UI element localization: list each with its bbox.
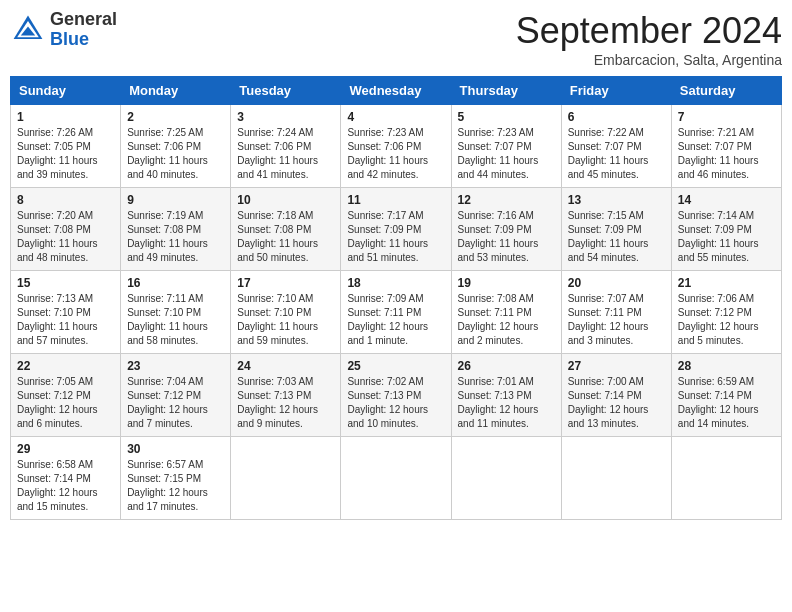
day-number: 1 — [17, 110, 114, 124]
calendar-cell: 11Sunrise: 7:17 AMSunset: 7:09 PMDayligh… — [341, 188, 451, 271]
calendar-cell — [341, 437, 451, 520]
day-number: 6 — [568, 110, 665, 124]
day-info: Sunrise: 7:22 AMSunset: 7:07 PMDaylight:… — [568, 126, 665, 182]
day-number: 23 — [127, 359, 224, 373]
calendar-cell — [451, 437, 561, 520]
weekday-header-thursday: Thursday — [451, 77, 561, 105]
day-info: Sunrise: 7:25 AMSunset: 7:06 PMDaylight:… — [127, 126, 224, 182]
calendar-cell: 24Sunrise: 7:03 AMSunset: 7:13 PMDayligh… — [231, 354, 341, 437]
day-number: 10 — [237, 193, 334, 207]
calendar-cell: 21Sunrise: 7:06 AMSunset: 7:12 PMDayligh… — [671, 271, 781, 354]
day-info: Sunrise: 7:06 AMSunset: 7:12 PMDaylight:… — [678, 292, 775, 348]
day-info: Sunrise: 7:14 AMSunset: 7:09 PMDaylight:… — [678, 209, 775, 265]
calendar-cell: 2Sunrise: 7:25 AMSunset: 7:06 PMDaylight… — [121, 105, 231, 188]
day-info: Sunrise: 7:21 AMSunset: 7:07 PMDaylight:… — [678, 126, 775, 182]
day-info: Sunrise: 6:59 AMSunset: 7:14 PMDaylight:… — [678, 375, 775, 431]
calendar-cell: 26Sunrise: 7:01 AMSunset: 7:13 PMDayligh… — [451, 354, 561, 437]
day-info: Sunrise: 7:17 AMSunset: 7:09 PMDaylight:… — [347, 209, 444, 265]
day-info: Sunrise: 7:03 AMSunset: 7:13 PMDaylight:… — [237, 375, 334, 431]
day-info: Sunrise: 7:16 AMSunset: 7:09 PMDaylight:… — [458, 209, 555, 265]
calendar-cell: 1Sunrise: 7:26 AMSunset: 7:05 PMDaylight… — [11, 105, 121, 188]
day-number: 26 — [458, 359, 555, 373]
day-number: 20 — [568, 276, 665, 290]
calendar-cell — [671, 437, 781, 520]
calendar: SundayMondayTuesdayWednesdayThursdayFrid… — [10, 76, 782, 520]
page-header: General Blue September 2024 Embarcacion,… — [10, 10, 782, 68]
day-info: Sunrise: 7:00 AMSunset: 7:14 PMDaylight:… — [568, 375, 665, 431]
calendar-week-3: 15Sunrise: 7:13 AMSunset: 7:10 PMDayligh… — [11, 271, 782, 354]
day-number: 8 — [17, 193, 114, 207]
logo: General Blue — [10, 10, 117, 50]
day-number: 30 — [127, 442, 224, 456]
calendar-cell: 17Sunrise: 7:10 AMSunset: 7:10 PMDayligh… — [231, 271, 341, 354]
calendar-cell: 8Sunrise: 7:20 AMSunset: 7:08 PMDaylight… — [11, 188, 121, 271]
calendar-cell: 6Sunrise: 7:22 AMSunset: 7:07 PMDaylight… — [561, 105, 671, 188]
calendar-cell: 22Sunrise: 7:05 AMSunset: 7:12 PMDayligh… — [11, 354, 121, 437]
calendar-week-1: 1Sunrise: 7:26 AMSunset: 7:05 PMDaylight… — [11, 105, 782, 188]
calendar-cell: 10Sunrise: 7:18 AMSunset: 7:08 PMDayligh… — [231, 188, 341, 271]
calendar-body: 1Sunrise: 7:26 AMSunset: 7:05 PMDaylight… — [11, 105, 782, 520]
day-info: Sunrise: 7:19 AMSunset: 7:08 PMDaylight:… — [127, 209, 224, 265]
calendar-cell: 3Sunrise: 7:24 AMSunset: 7:06 PMDaylight… — [231, 105, 341, 188]
logo-text: General Blue — [50, 10, 117, 50]
month-title: September 2024 — [516, 10, 782, 52]
logo-icon — [10, 12, 46, 48]
calendar-cell: 29Sunrise: 6:58 AMSunset: 7:14 PMDayligh… — [11, 437, 121, 520]
calendar-cell: 30Sunrise: 6:57 AMSunset: 7:15 PMDayligh… — [121, 437, 231, 520]
day-number: 21 — [678, 276, 775, 290]
calendar-cell: 15Sunrise: 7:13 AMSunset: 7:10 PMDayligh… — [11, 271, 121, 354]
day-number: 22 — [17, 359, 114, 373]
day-number: 4 — [347, 110, 444, 124]
day-number: 11 — [347, 193, 444, 207]
day-number: 17 — [237, 276, 334, 290]
calendar-cell — [231, 437, 341, 520]
day-number: 18 — [347, 276, 444, 290]
calendar-cell: 18Sunrise: 7:09 AMSunset: 7:11 PMDayligh… — [341, 271, 451, 354]
day-number: 25 — [347, 359, 444, 373]
day-number: 15 — [17, 276, 114, 290]
weekday-header-monday: Monday — [121, 77, 231, 105]
day-info: Sunrise: 7:05 AMSunset: 7:12 PMDaylight:… — [17, 375, 114, 431]
calendar-cell — [561, 437, 671, 520]
day-number: 24 — [237, 359, 334, 373]
day-number: 28 — [678, 359, 775, 373]
weekday-header-saturday: Saturday — [671, 77, 781, 105]
day-info: Sunrise: 7:11 AMSunset: 7:10 PMDaylight:… — [127, 292, 224, 348]
day-number: 7 — [678, 110, 775, 124]
day-info: Sunrise: 7:18 AMSunset: 7:08 PMDaylight:… — [237, 209, 334, 265]
day-number: 12 — [458, 193, 555, 207]
day-number: 3 — [237, 110, 334, 124]
calendar-cell: 27Sunrise: 7:00 AMSunset: 7:14 PMDayligh… — [561, 354, 671, 437]
day-info: Sunrise: 7:23 AMSunset: 7:06 PMDaylight:… — [347, 126, 444, 182]
location: Embarcacion, Salta, Argentina — [516, 52, 782, 68]
day-number: 16 — [127, 276, 224, 290]
calendar-cell: 9Sunrise: 7:19 AMSunset: 7:08 PMDaylight… — [121, 188, 231, 271]
day-number: 29 — [17, 442, 114, 456]
calendar-cell: 13Sunrise: 7:15 AMSunset: 7:09 PMDayligh… — [561, 188, 671, 271]
day-info: Sunrise: 7:15 AMSunset: 7:09 PMDaylight:… — [568, 209, 665, 265]
day-number: 27 — [568, 359, 665, 373]
day-number: 9 — [127, 193, 224, 207]
day-info: Sunrise: 7:23 AMSunset: 7:07 PMDaylight:… — [458, 126, 555, 182]
calendar-cell: 4Sunrise: 7:23 AMSunset: 7:06 PMDaylight… — [341, 105, 451, 188]
calendar-cell: 19Sunrise: 7:08 AMSunset: 7:11 PMDayligh… — [451, 271, 561, 354]
day-number: 5 — [458, 110, 555, 124]
calendar-cell: 23Sunrise: 7:04 AMSunset: 7:12 PMDayligh… — [121, 354, 231, 437]
day-number: 13 — [568, 193, 665, 207]
calendar-cell: 20Sunrise: 7:07 AMSunset: 7:11 PMDayligh… — [561, 271, 671, 354]
day-info: Sunrise: 7:09 AMSunset: 7:11 PMDaylight:… — [347, 292, 444, 348]
calendar-cell: 25Sunrise: 7:02 AMSunset: 7:13 PMDayligh… — [341, 354, 451, 437]
day-info: Sunrise: 7:20 AMSunset: 7:08 PMDaylight:… — [17, 209, 114, 265]
calendar-header-row: SundayMondayTuesdayWednesdayThursdayFrid… — [11, 77, 782, 105]
calendar-cell: 7Sunrise: 7:21 AMSunset: 7:07 PMDaylight… — [671, 105, 781, 188]
day-info: Sunrise: 7:07 AMSunset: 7:11 PMDaylight:… — [568, 292, 665, 348]
calendar-week-5: 29Sunrise: 6:58 AMSunset: 7:14 PMDayligh… — [11, 437, 782, 520]
calendar-cell: 5Sunrise: 7:23 AMSunset: 7:07 PMDaylight… — [451, 105, 561, 188]
day-info: Sunrise: 7:24 AMSunset: 7:06 PMDaylight:… — [237, 126, 334, 182]
day-number: 14 — [678, 193, 775, 207]
calendar-week-4: 22Sunrise: 7:05 AMSunset: 7:12 PMDayligh… — [11, 354, 782, 437]
title-block: September 2024 Embarcacion, Salta, Argen… — [516, 10, 782, 68]
weekday-header-wednesday: Wednesday — [341, 77, 451, 105]
day-info: Sunrise: 6:58 AMSunset: 7:14 PMDaylight:… — [17, 458, 114, 514]
weekday-header-sunday: Sunday — [11, 77, 121, 105]
